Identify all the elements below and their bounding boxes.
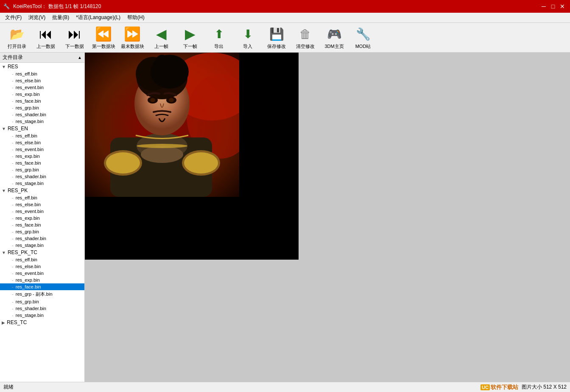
menu-batch[interactable]: 批量(B)	[49, 13, 73, 22]
prev-frame-button[interactable]: ◀ 上一帧	[148, 25, 175, 51]
res-en-shader-bin[interactable]: - res_shader.bin	[0, 173, 84, 180]
svg-point-17	[106, 152, 140, 174]
tree-group-res-header[interactable]: ▼ RES	[0, 63, 84, 70]
next-data-button[interactable]: ⏭ 下一数据	[61, 25, 88, 51]
export-label: 导出	[214, 43, 224, 50]
res-en-eff-bin[interactable]: - res_eff.bin	[0, 132, 84, 139]
ucbug-logo: UC 软件下载站	[481, 384, 518, 391]
sidebar-title: 文件目录	[3, 54, 23, 61]
maximize-button[interactable]: □	[549, 2, 557, 11]
statusbar: 就绪 UC 软件下载站 图片大小 512 X 512	[0, 382, 570, 392]
menu-language[interactable]: *语言(Language)(L)	[73, 13, 124, 22]
res-pk-tc-shader-bin[interactable]: - res_shader.bin	[0, 305, 84, 312]
clear-button[interactable]: 🗑 清空修改	[292, 25, 319, 51]
status-text: 就绪	[3, 384, 14, 391]
close-button[interactable]: ✕	[558, 2, 567, 11]
black-area-right	[239, 53, 299, 197]
svg-point-15	[169, 98, 174, 102]
clear-icon: 🗑	[297, 26, 314, 42]
tree-group-res-pk-header[interactable]: ▼ RES_PK	[0, 187, 84, 194]
res-en-exp-bin[interactable]: - res_exp.bin	[0, 153, 84, 160]
save-button[interactable]: 💾 保存修改	[263, 25, 290, 51]
mod-site-icon: 🔧	[355, 26, 372, 42]
menu-file[interactable]: 文件(F)	[2, 13, 25, 22]
res-pk-exp-bin[interactable]: - res_exp.bin	[0, 215, 84, 221]
res-pk-tc-grp-bin[interactable]: - res_grp.bin	[0, 298, 84, 305]
res-event-bin[interactable]: - res_event.bin	[0, 84, 84, 91]
res-pk-stage-bin[interactable]: - res_stage.bin	[0, 242, 84, 249]
prev-frame-icon: ◀	[153, 26, 170, 42]
next-frame-button[interactable]: ▶ 下一帧	[176, 25, 204, 51]
res-shader-bin[interactable]: - res_shader.bin	[0, 111, 84, 118]
res-pk-event-bin[interactable]: - res_event.bin	[0, 208, 84, 215]
res-eff-bin[interactable]: - res_eff.bin	[0, 70, 84, 77]
open-dir-label: 打开目录	[8, 43, 26, 50]
ucbug-text: 软件下载站	[491, 384, 518, 391]
import-button[interactable]: ⬇ 导入	[234, 25, 261, 51]
toolbar: 📂 打开目录 ⏮ 上一数据 ⏭ 下一数据 ⏪ 第一数据块 ⏩ 最末数据块 ◀ 上…	[0, 23, 570, 53]
res-expand-icon: ▼	[2, 64, 6, 69]
res-pk-tc-else-bin[interactable]: - res_else.bin	[0, 263, 84, 270]
res-pk-face-bin[interactable]: - res_face.bin	[0, 221, 84, 228]
open-dir-icon: 📂	[8, 26, 25, 42]
menu-browse[interactable]: 浏览(V)	[25, 13, 49, 22]
mod-site-button[interactable]: 🔧 MOD站	[349, 25, 377, 51]
res-pk-tc-exp-bin[interactable]: - res_exp.bin	[0, 277, 84, 283]
prev-data-icon: ⏮	[37, 26, 54, 42]
tree-group-res-en: ▼ RES_EN - res_eff.bin - res_else.bin - …	[0, 125, 84, 187]
res-en-grp-bin[interactable]: - res_grp.bin	[0, 166, 84, 173]
3dm-home-button[interactable]: 🎮 3DM主页	[321, 25, 348, 51]
res-pk-expand-icon: ▼	[2, 188, 6, 193]
tree-group-res: ▼ RES - res_eff.bin - res_else.bin - res…	[0, 63, 84, 125]
clear-label: 清空修改	[296, 43, 315, 50]
first-block-button[interactable]: ⏪ 第一数据块	[90, 25, 117, 51]
next-data-icon: ⏭	[66, 26, 83, 42]
res-else-bin[interactable]: - res_else.bin	[0, 77, 84, 84]
res-face-bin[interactable]: - res_face.bin	[0, 98, 84, 104]
res-pk-tc-grp-copy-bin[interactable]: - res_grp - 副本.bin	[0, 290, 84, 298]
last-block-button[interactable]: ⏩ 最末数据块	[119, 25, 146, 51]
tree-group-res-pk: ▼ RES_PK - res_eff.bin - res_else.bin - …	[0, 187, 84, 249]
res-en-event-bin[interactable]: - res_event.bin	[0, 146, 84, 153]
res-pk-else-bin[interactable]: - res_else.bin	[0, 201, 84, 208]
res-en-face-bin[interactable]: - res_face.bin	[0, 160, 84, 166]
res-pk-shader-bin[interactable]: - res_shader.bin	[0, 235, 84, 242]
res-pk-tc-eff-bin[interactable]: - res_eff.bin	[0, 256, 84, 263]
export-button[interactable]: ⬆ 导出	[205, 25, 232, 51]
sidebar-scroll-up[interactable]: ▲	[78, 55, 82, 60]
image-size-text: 图片大小 512 X 512	[522, 384, 567, 391]
sidebar[interactable]: 文件目录 ▲ ▼ RES - res_eff.bin - res_else.bi…	[0, 53, 85, 382]
svg-point-14	[150, 98, 155, 102]
prev-data-button[interactable]: ⏮ 上一数据	[32, 25, 59, 51]
open-dir-button[interactable]: 📂 打开目录	[3, 25, 31, 51]
menu-help[interactable]: 帮助(H)	[124, 13, 148, 22]
minimize-button[interactable]: ─	[539, 2, 548, 11]
res-grp-bin[interactable]: - res_grp.bin	[0, 104, 84, 111]
res-pk-eff-bin[interactable]: - res_eff.bin	[0, 194, 84, 201]
next-data-label: 下一数据	[65, 43, 84, 50]
res-pk-group-label: RES_PK	[8, 188, 28, 193]
warrior-svg	[85, 53, 239, 197]
import-icon: ⬇	[239, 26, 256, 42]
export-icon: ⬆	[210, 26, 227, 42]
tree-group-res-en-header[interactable]: ▼ RES_EN	[0, 125, 84, 132]
menubar: 文件(F) 浏览(V) 批量(B) *语言(Language)(L) 帮助(H)	[0, 13, 570, 23]
res-stage-bin[interactable]: - res_stage.bin	[0, 118, 84, 125]
res-en-group-label: RES_EN	[8, 126, 28, 132]
tree-group-res-tc-header[interactable]: ▶ RES_TC	[0, 319, 84, 326]
prev-frame-label: 上一帧	[154, 43, 168, 50]
res-pk-tc-group-label: RES_PK_TC	[8, 249, 37, 255]
res-pk-tc-stage-bin[interactable]: - res_stage.bin	[0, 312, 84, 319]
res-pk-tc-event-bin[interactable]: - res_event.bin	[0, 270, 84, 277]
3dm-home-label: 3DM主页	[324, 43, 344, 50]
res-en-stage-bin[interactable]: - res_stage.bin	[0, 180, 84, 187]
res-pk-grp-bin[interactable]: - res_grp.bin	[0, 228, 84, 235]
res-exp-bin[interactable]: - res_exp.bin	[0, 91, 84, 98]
first-block-icon: ⏪	[95, 26, 112, 42]
res-pk-tc-face-bin-selected[interactable]: - res_face.bin	[0, 283, 84, 290]
titlebar-title: KoeiResTool： 数据包 1/1 帧 1/148120	[13, 3, 101, 10]
save-icon: 💾	[268, 26, 285, 42]
tree-group-res-pk-tc-header[interactable]: ▼ RES_PK_TC	[0, 249, 84, 256]
res-en-else-bin[interactable]: - res_else.bin	[0, 139, 84, 146]
app-icon: 🔧	[3, 3, 10, 9]
